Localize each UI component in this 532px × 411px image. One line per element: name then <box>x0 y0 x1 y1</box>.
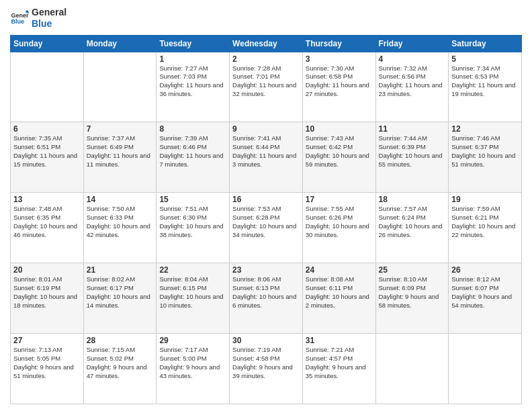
day-info: Sunrise: 7:28 AM Sunset: 7:01 PM Dayligh… <box>232 64 300 99</box>
page: General Blue General Blue SundayMondayTu… <box>0 0 532 411</box>
weekday-header: Monday <box>83 35 157 52</box>
day-number: 13 <box>13 195 81 204</box>
day-number: 2 <box>232 54 300 64</box>
calendar-cell: 30Sunrise: 7:19 AM Sunset: 4:58 PM Dayli… <box>230 334 303 404</box>
calendar-cell: 25Sunrise: 8:10 AM Sunset: 6:09 PM Dayli… <box>375 263 449 334</box>
day-info: Sunrise: 7:55 AM Sunset: 6:26 PM Dayligh… <box>306 205 373 239</box>
day-info: Sunrise: 8:12 AM Sunset: 6:07 PM Dayligh… <box>451 275 519 310</box>
day-info: Sunrise: 8:04 AM Sunset: 6:15 PM Dayligh… <box>159 275 226 310</box>
calendar-week-row: 13Sunrise: 7:48 AM Sunset: 6:35 PM Dayli… <box>11 193 522 263</box>
svg-text:Blue: Blue <box>11 18 24 25</box>
day-info: Sunrise: 8:06 AM Sunset: 6:13 PM Dayligh… <box>232 275 300 310</box>
calendar-cell: 29Sunrise: 7:17 AM Sunset: 5:00 PM Dayli… <box>157 334 230 404</box>
day-info: Sunrise: 7:37 AM Sunset: 6:49 PM Dayligh… <box>87 134 154 169</box>
calendar-cell: 18Sunrise: 7:57 AM Sunset: 6:24 PM Dayli… <box>375 193 449 263</box>
calendar-cell: 11Sunrise: 7:44 AM Sunset: 6:39 PM Dayli… <box>375 122 449 193</box>
day-info: Sunrise: 7:39 AM Sunset: 6:46 PM Dayligh… <box>159 134 226 169</box>
calendar-cell: 4Sunrise: 7:32 AM Sunset: 6:56 PM Daylig… <box>375 52 449 122</box>
calendar-cell: 27Sunrise: 7:13 AM Sunset: 5:05 PM Dayli… <box>11 334 84 404</box>
day-info: Sunrise: 7:35 AM Sunset: 6:51 PM Dayligh… <box>13 134 81 169</box>
day-number: 21 <box>87 265 154 275</box>
day-info: Sunrise: 7:15 AM Sunset: 5:02 PM Dayligh… <box>87 346 154 380</box>
day-number: 6 <box>13 124 81 134</box>
calendar-cell: 16Sunrise: 7:53 AM Sunset: 6:28 PM Dayli… <box>230 193 303 263</box>
calendar-cell: 6Sunrise: 7:35 AM Sunset: 6:51 PM Daylig… <box>11 122 84 193</box>
day-number: 30 <box>232 336 300 345</box>
calendar-table: SundayMondayTuesdayWednesdayThursdayFrid… <box>10 35 522 404</box>
day-info: Sunrise: 7:46 AM Sunset: 6:37 PM Dayligh… <box>451 134 519 169</box>
day-number: 24 <box>306 265 373 275</box>
calendar-cell: 26Sunrise: 8:12 AM Sunset: 6:07 PM Dayli… <box>449 263 522 334</box>
day-number: 10 <box>306 124 373 134</box>
day-number: 27 <box>13 336 81 345</box>
calendar-cell: 23Sunrise: 8:06 AM Sunset: 6:13 PM Dayli… <box>230 263 303 334</box>
calendar-cell: 20Sunrise: 8:01 AM Sunset: 6:19 PM Dayli… <box>11 263 84 334</box>
weekday-header: Wednesday <box>230 35 303 52</box>
calendar-cell: 31Sunrise: 7:21 AM Sunset: 4:57 PM Dayli… <box>302 334 375 404</box>
calendar-cell <box>375 334 449 404</box>
calendar-cell: 22Sunrise: 8:04 AM Sunset: 6:15 PM Dayli… <box>157 263 230 334</box>
day-info: Sunrise: 8:02 AM Sunset: 6:17 PM Dayligh… <box>87 275 154 310</box>
calendar-cell: 13Sunrise: 7:48 AM Sunset: 6:35 PM Dayli… <box>11 193 84 263</box>
calendar-cell: 17Sunrise: 7:55 AM Sunset: 6:26 PM Dayli… <box>302 193 375 263</box>
day-number: 28 <box>87 336 154 345</box>
calendar-cell: 2Sunrise: 7:28 AM Sunset: 7:01 PM Daylig… <box>230 52 303 122</box>
day-number: 23 <box>232 265 300 275</box>
calendar-cell: 1Sunrise: 7:27 AM Sunset: 7:03 PM Daylig… <box>157 52 230 122</box>
day-number: 7 <box>87 124 154 134</box>
day-number: 29 <box>159 336 226 345</box>
calendar-cell: 28Sunrise: 7:15 AM Sunset: 5:02 PM Dayli… <box>83 334 157 404</box>
svg-text:General: General <box>11 11 29 18</box>
calendar-cell <box>449 334 522 404</box>
calendar-cell: 9Sunrise: 7:41 AM Sunset: 6:44 PM Daylig… <box>230 122 303 193</box>
day-number: 18 <box>379 195 446 204</box>
calendar-cell: 15Sunrise: 7:51 AM Sunset: 6:30 PM Dayli… <box>157 193 230 263</box>
calendar-cell <box>11 52 84 122</box>
calendar-week-row: 6Sunrise: 7:35 AM Sunset: 6:51 PM Daylig… <box>11 122 522 193</box>
calendar-cell: 14Sunrise: 7:50 AM Sunset: 6:33 PM Dayli… <box>83 193 157 263</box>
weekday-header: Sunday <box>11 35 84 52</box>
calendar-week-row: 20Sunrise: 8:01 AM Sunset: 6:19 PM Dayli… <box>11 263 522 334</box>
day-info: Sunrise: 7:19 AM Sunset: 4:58 PM Dayligh… <box>232 346 300 380</box>
day-number: 14 <box>87 195 154 204</box>
day-number: 20 <box>13 265 81 275</box>
day-number: 1 <box>159 54 226 64</box>
calendar-header-row: SundayMondayTuesdayWednesdayThursdayFrid… <box>11 35 522 52</box>
day-info: Sunrise: 8:08 AM Sunset: 6:11 PM Dayligh… <box>306 275 373 310</box>
day-number: 26 <box>451 265 519 275</box>
weekday-header: Saturday <box>449 35 522 52</box>
day-info: Sunrise: 7:41 AM Sunset: 6:44 PM Dayligh… <box>232 134 300 169</box>
logo: General Blue General Blue <box>10 7 66 30</box>
day-info: Sunrise: 8:01 AM Sunset: 6:19 PM Dayligh… <box>13 275 81 310</box>
calendar-week-row: 1Sunrise: 7:27 AM Sunset: 7:03 PM Daylig… <box>11 52 522 122</box>
header: General Blue General Blue <box>10 7 522 30</box>
day-info: Sunrise: 7:21 AM Sunset: 4:57 PM Dayligh… <box>306 346 373 380</box>
day-number: 16 <box>232 195 300 204</box>
logo-icon: General Blue <box>10 9 29 28</box>
day-number: 9 <box>232 124 300 134</box>
weekday-header: Friday <box>375 35 449 52</box>
day-number: 15 <box>159 195 226 204</box>
day-info: Sunrise: 7:34 AM Sunset: 6:53 PM Dayligh… <box>451 64 519 99</box>
day-info: Sunrise: 8:10 AM Sunset: 6:09 PM Dayligh… <box>379 275 446 310</box>
day-number: 3 <box>306 54 373 64</box>
day-info: Sunrise: 7:27 AM Sunset: 7:03 PM Dayligh… <box>159 64 226 99</box>
calendar-week-row: 27Sunrise: 7:13 AM Sunset: 5:05 PM Dayli… <box>11 334 522 404</box>
day-info: Sunrise: 7:53 AM Sunset: 6:28 PM Dayligh… <box>232 205 300 239</box>
calendar-cell: 19Sunrise: 7:59 AM Sunset: 6:21 PM Dayli… <box>449 193 522 263</box>
day-number: 31 <box>306 336 373 345</box>
logo-text: General Blue <box>32 7 66 30</box>
calendar-cell: 21Sunrise: 8:02 AM Sunset: 6:17 PM Dayli… <box>83 263 157 334</box>
day-info: Sunrise: 7:30 AM Sunset: 6:58 PM Dayligh… <box>306 64 373 99</box>
day-info: Sunrise: 7:48 AM Sunset: 6:35 PM Dayligh… <box>13 205 81 239</box>
day-info: Sunrise: 7:59 AM Sunset: 6:21 PM Dayligh… <box>451 205 519 239</box>
day-number: 12 <box>451 124 519 134</box>
day-info: Sunrise: 7:32 AM Sunset: 6:56 PM Dayligh… <box>379 64 446 99</box>
day-number: 5 <box>451 54 519 64</box>
day-info: Sunrise: 7:13 AM Sunset: 5:05 PM Dayligh… <box>13 346 81 380</box>
day-number: 19 <box>451 195 519 204</box>
day-info: Sunrise: 7:17 AM Sunset: 5:00 PM Dayligh… <box>159 346 226 380</box>
calendar-cell: 24Sunrise: 8:08 AM Sunset: 6:11 PM Dayli… <box>302 263 375 334</box>
calendar-cell: 12Sunrise: 7:46 AM Sunset: 6:37 PM Dayli… <box>449 122 522 193</box>
calendar-cell: 5Sunrise: 7:34 AM Sunset: 6:53 PM Daylig… <box>449 52 522 122</box>
